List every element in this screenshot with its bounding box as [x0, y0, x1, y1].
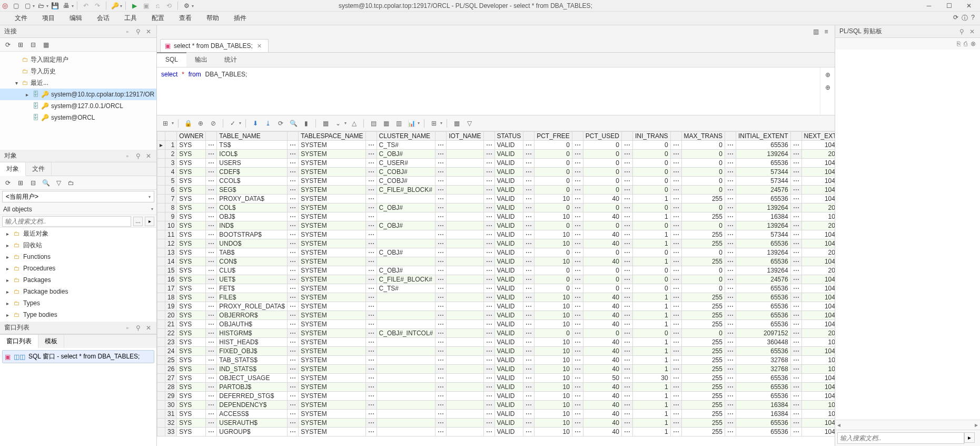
table-row[interactable]: 7SYS⋯PROXY_DATA$⋯SYSTEM⋯⋯⋯VALID⋯10⋯40⋯1⋯… — [157, 195, 835, 203]
filter-icon[interactable]: ▽ — [54, 178, 63, 188]
menu-file[interactable]: 文件 — [7, 12, 35, 25]
grid-nav-icon[interactable]: ⊞ — [160, 118, 171, 129]
table-row[interactable]: 30SYS⋯DEPENDENCY$⋯SYSTEM⋯⋯⋯VALID⋯10⋯40⋯1… — [157, 401, 835, 410]
table-row[interactable]: 21SYS⋯OBJAUTH$⋯SYSTEM⋯⋯⋯VALID⋯10⋯40⋯1⋯25… — [157, 320, 835, 329]
menu-view[interactable]: 查看 — [172, 12, 199, 25]
panel-restore-icon[interactable]: ▫ — [124, 324, 131, 332]
key-icon[interactable]: 🔑 — [110, 1, 120, 11]
object-category[interactable]: ▸🗀Type bodies — [0, 309, 156, 321]
table-row[interactable]: ▸1SYS⋯TS$⋯SYSTEM⋯C_TS#⋯⋯VALID⋯0⋯0⋯0⋯0⋯65… — [157, 141, 835, 150]
delete-clip-icon[interactable]: ⊗ — [971, 40, 976, 47]
table-row[interactable]: 2SYS⋯ICOL$⋯SYSTEM⋯C_OBJ#⋯⋯VALID⋯0⋯0⋯0⋯0⋯… — [157, 150, 835, 159]
table-row[interactable]: 15SYS⋯CLU$⋯SYSTEM⋯C_OBJ#⋯⋯VALID⋯0⋯0⋯0⋯0⋯… — [157, 266, 835, 275]
tab-files[interactable]: 文件 — [26, 162, 52, 176]
object-category[interactable]: ▸🗀Functions — [0, 251, 156, 263]
menu-icon[interactable]: ≡ — [821, 26, 831, 37]
connection-item[interactable]: 🗄 🔑 system@127.0.0.1/ORCL — [0, 100, 156, 112]
current-user-select[interactable]: <当前用户>▾ — [2, 191, 154, 202]
table-row[interactable]: 29SYS⋯DEFERRED_STG$⋯SYSTEM⋯⋯⋯VALID⋯10⋯40… — [157, 392, 835, 401]
table-row[interactable]: 28SYS⋯PARTOBJ$⋯SYSTEM⋯⋯⋯VALID⋯10⋯40⋯1⋯25… — [157, 383, 835, 392]
table-row[interactable]: 8SYS⋯COL$⋯SYSTEM⋯C_OBJ#⋯⋯VALID⋯0⋯0⋯0⋯0⋯1… — [157, 203, 835, 212]
layout1-icon[interactable]: ⊞ — [429, 118, 439, 129]
table-icon[interactable]: ▤ — [368, 118, 379, 129]
settings-icon[interactable]: ⚙ — [181, 1, 192, 11]
grid-icon[interactable]: ▦ — [41, 40, 51, 50]
object-category[interactable]: ▸🗀Package bodies — [0, 286, 156, 297]
table-row[interactable]: 14SYS⋯CON$⋯SYSTEM⋯⋯⋯VALID⋯10⋯40⋯1⋯255⋯65… — [157, 257, 835, 266]
table2-icon[interactable]: ▦ — [381, 118, 391, 129]
editor-down-icon[interactable]: ⊕ — [823, 82, 833, 93]
table-row[interactable]: 26SYS⋯IND_STATS$⋯SYSTEM⋯⋯⋯VALID⋯10⋯40⋯1⋯… — [157, 365, 835, 374]
connections-tree[interactable]: 🗀 导入固定用户 🗀 导入历史 ▾ 🗀 最近... ▸ 🗄 🔑 system@1… — [0, 52, 156, 150]
bookmark-icon[interactable]: ▮ — [301, 118, 311, 129]
layout-icon[interactable]: ▥ — [810, 26, 821, 37]
find-icon[interactable]: 🔍 — [41, 178, 51, 188]
column-header[interactable]: STATUS — [494, 132, 523, 141]
table-row[interactable]: 13SYS⋯TAB$⋯SYSTEM⋯C_OBJ#⋯⋯VALID⋯0⋯0⋯0⋯0⋯… — [157, 248, 835, 257]
panel-pin-icon[interactable]: ⚲ — [958, 28, 965, 35]
table-row[interactable]: 11SYS⋯BOOTSTRAP$⋯SYSTEM⋯⋯⋯VALID⋯10⋯40⋯1⋯… — [157, 230, 835, 239]
column-header[interactable]: MAX_TRANS — [681, 132, 725, 141]
column-header[interactable]: OWNER — [177, 132, 206, 141]
refresh-icon[interactable]: ⟳ — [3, 40, 13, 50]
objects-tree[interactable]: ▸🗀最近对象▸🗀回收站▸🗀Functions▸🗀Procedures▸🗀Pack… — [0, 228, 156, 322]
table-row[interactable]: 17SYS⋯FET$⋯SYSTEM⋯C_TS#⋯⋯VALID⋯0⋯0⋯0⋯0⋯6… — [157, 284, 835, 293]
column-header[interactable]: CLUSTER_NAME — [377, 132, 435, 141]
remove-square-icon[interactable]: ⊟ — [28, 178, 38, 188]
column-header[interactable]: TABLE_NAME — [217, 132, 288, 141]
folder-icon[interactable]: 🗀 — [66, 178, 76, 188]
refresh-icon[interactable]: ⟳ — [3, 178, 13, 188]
add-square-icon[interactable]: ⊞ — [16, 40, 25, 50]
table-row[interactable]: 19SYS⋯PROXY_ROLE_DATA$⋯SYSTEM⋯⋯⋯VALID⋯10… — [157, 302, 835, 311]
tab-template[interactable]: 模板 — [38, 335, 64, 348]
open-icon[interactable]: ▢ — [22, 1, 33, 11]
explain-icon[interactable]: ⌄ — [333, 118, 343, 129]
panel-close-icon[interactable]: ✕ — [145, 152, 152, 160]
commit-icon[interactable]: ✓ — [227, 118, 238, 129]
table-row[interactable]: 4SYS⋯CDEF$⋯SYSTEM⋯C_COBJ#⋯⋯VALID⋯0⋯0⋯0⋯0… — [157, 168, 835, 177]
table-row[interactable]: 18SYS⋯FILE$⋯SYSTEM⋯⋯⋯VALID⋯10⋯40⋯1⋯255⋯6… — [157, 293, 835, 302]
table-row[interactable]: 27SYS⋯OBJECT_USAGE⋯SYSTEM⋯⋯⋯VALID⋯10⋯50⋯… — [157, 374, 835, 383]
commit-icon[interactable]: ⎌ — [152, 1, 163, 11]
chart-icon[interactable]: 📊 — [406, 118, 417, 129]
single-record-icon[interactable]: ▦ — [451, 118, 462, 129]
document-tab[interactable]: ▣ select * from DBA_TABLES; ✕ — [160, 39, 269, 52]
table-row[interactable]: 12SYS⋯UNDO$⋯SYSTEM⋯⋯⋯VALID⋯10⋯40⋯1⋯255⋯6… — [157, 239, 835, 248]
save-icon[interactable]: 💾 — [50, 1, 60, 11]
connection-item[interactable]: 🗀 导入历史 — [0, 65, 156, 77]
table-row[interactable]: 24SYS⋯FIXED_OBJ$⋯SYSTEM⋯⋯⋯VALID⋯10⋯40⋯1⋯… — [157, 347, 835, 356]
help-icon[interactable]: ? — [971, 14, 975, 23]
sql-editor[interactable]: select * from DBA_TABLES; — [157, 67, 820, 115]
object-filter-row[interactable]: All objects▾ — [0, 203, 156, 215]
connection-item[interactable]: ▾ 🗀 最近... — [0, 77, 156, 89]
table-row[interactable]: 33SYS⋯UGROUP$⋯SYSTEM⋯⋯⋯VALID⋯10⋯40⋯1⋯255… — [157, 428, 835, 437]
stop-icon[interactable]: ▣ — [141, 1, 151, 11]
panel-pin-icon[interactable]: ⚲ — [134, 28, 142, 35]
table-row[interactable]: 20SYS⋯OBJERROR$⋯SYSTEM⋯⋯⋯VALID⋯10⋯40⋯1⋯2… — [157, 311, 835, 320]
panel-restore-icon[interactable]: ▫ — [124, 152, 131, 160]
panel-restore-icon[interactable]: ▫ — [124, 28, 131, 35]
editor-up-icon[interactable]: ⊕ — [823, 70, 833, 80]
table-row[interactable]: 22SYS⋯HISTGRM$⋯SYSTEM⋯C_OBJ#_INTCOL#⋯⋯VA… — [157, 329, 835, 338]
new-icon[interactable]: ▢ — [11, 1, 21, 11]
menu-session[interactable]: 会话 — [90, 12, 117, 25]
column-header[interactable]: INI_TRANS — [632, 132, 670, 141]
remove-square-icon[interactable]: ⊟ — [28, 40, 38, 50]
trace-icon[interactable]: △ — [349, 118, 359, 129]
table-row[interactable]: 16SYS⋯UET$⋯SYSTEM⋯C_FILE#_BLOCK#⋯⋯VALID⋯… — [157, 275, 835, 284]
find-rows-icon[interactable]: 🔍 — [288, 118, 299, 129]
menu-config[interactable]: 配置 — [144, 12, 172, 25]
tab-objects[interactable]: 对象 — [0, 162, 26, 176]
table-row[interactable]: 23SYS⋯HIST_HEAD$⋯SYSTEM⋯⋯⋯VALID⋯10⋯40⋯1⋯… — [157, 338, 835, 347]
lock-icon[interactable]: 🔒 — [183, 118, 193, 129]
panel-close-icon[interactable]: ✕ — [145, 28, 152, 35]
panel-pin-icon[interactable]: ⚲ — [134, 152, 142, 160]
object-category[interactable]: ▸🗀Procedures — [0, 263, 156, 274]
add-row-icon[interactable]: ⊕ — [195, 118, 206, 129]
copy-icon[interactable]: ⎘ — [957, 40, 961, 47]
tab-close-icon[interactable]: ✕ — [256, 43, 263, 50]
open-file-icon[interactable]: 🗁 — [36, 1, 46, 11]
print-icon[interactable]: 🖶 — [61, 1, 72, 11]
undo-icon[interactable]: ↶ — [81, 1, 91, 11]
menu-edit[interactable]: 编辑 — [62, 12, 90, 25]
